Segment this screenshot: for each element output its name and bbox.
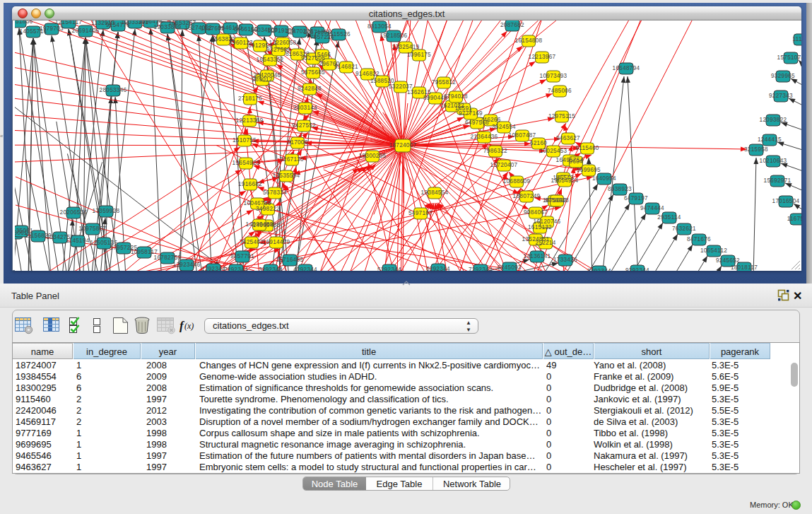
svg-text:6794028: 6794028 <box>444 93 468 100</box>
svg-text:19384554: 19384554 <box>421 189 449 196</box>
svg-text:5875685: 5875685 <box>301 69 325 76</box>
svg-text:1292344: 1292344 <box>201 266 225 271</box>
svg-text:2087682: 2087682 <box>500 22 524 28</box>
svg-text:10046788: 10046788 <box>244 200 271 206</box>
svg-text:19218506: 19218506 <box>380 33 408 39</box>
svg-text:7632621: 7632621 <box>672 226 696 232</box>
svg-text:(x): (x) <box>184 321 194 331</box>
svg-text:9115460: 9115460 <box>575 145 599 151</box>
svg-text:16120746: 16120746 <box>534 218 561 225</box>
svg-text:10025453: 10025453 <box>540 148 567 154</box>
svg-text:13226058: 13226058 <box>269 40 297 46</box>
svg-text:8186328: 8186328 <box>286 51 310 57</box>
svg-text:13535594: 13535594 <box>273 173 300 179</box>
svg-text:9146821: 9146821 <box>334 64 358 70</box>
svg-text:16914479: 16914479 <box>263 239 290 245</box>
svg-text:7955812: 7955812 <box>432 79 456 86</box>
svg-text:9245652: 9245652 <box>716 257 740 264</box>
svg-text:7857224: 7857224 <box>310 34 334 40</box>
svg-text:6479197: 6479197 <box>624 195 648 201</box>
svg-text:1244415: 1244415 <box>758 136 782 143</box>
svg-text:9146822: 9146822 <box>355 71 379 77</box>
svg-text:8938923: 8938923 <box>608 186 632 192</box>
svg-text:3624554: 3624554 <box>492 124 516 130</box>
svg-text:2718176: 2718176 <box>238 95 262 102</box>
svg-text:62160: 62160 <box>530 140 547 146</box>
svg-text:17359928: 17359928 <box>93 208 120 214</box>
svg-text:1615132: 1615132 <box>528 224 552 230</box>
svg-text:8813054: 8813054 <box>367 23 392 30</box>
svg-text:16782759: 16782759 <box>154 255 182 261</box>
svg-text:15716485: 15716485 <box>276 257 304 263</box>
svg-text:15751074: 15751074 <box>777 54 801 61</box>
svg-text:7663822: 7663822 <box>211 36 235 42</box>
svg-text:10654112: 10654112 <box>700 247 727 254</box>
svg-text:9245093: 9245093 <box>498 264 522 271</box>
svg-text:746266: 746266 <box>480 117 500 123</box>
svg-text:28053346: 28053346 <box>100 87 127 93</box>
svg-text:5678334: 5678334 <box>263 189 287 196</box>
svg-text:18300295: 18300295 <box>359 153 387 159</box>
svg-text:8471676: 8471676 <box>687 236 711 243</box>
svg-text:5292344: 5292344 <box>377 267 401 271</box>
svg-text:12213369: 12213369 <box>236 117 264 124</box>
svg-text:14136141: 14136141 <box>524 253 551 259</box>
svg-text:9427552: 9427552 <box>292 122 316 129</box>
svg-text:10807487: 10807487 <box>509 132 536 139</box>
svg-text:10973493: 10973493 <box>540 73 567 79</box>
svg-text:19654923: 19654923 <box>233 160 260 166</box>
svg-text:18807249: 18807249 <box>513 193 541 199</box>
svg-text:10688609: 10688609 <box>503 178 531 185</box>
svg-text:1610755: 1610755 <box>233 137 257 144</box>
svg-text:917006: 917006 <box>287 139 307 146</box>
svg-text:3215958: 3215958 <box>744 146 768 153</box>
svg-text:2292344: 2292344 <box>224 267 248 271</box>
svg-text:1096175: 1096175 <box>407 52 431 58</box>
svg-text:9227343: 9227343 <box>769 93 793 99</box>
svg-text:3498222: 3498222 <box>256 206 280 212</box>
svg-text:9329965: 9329965 <box>771 73 795 79</box>
svg-text:17016504: 17016504 <box>772 198 800 204</box>
svg-text:5497107: 5497107 <box>408 210 433 216</box>
svg-text:6292344: 6292344 <box>426 266 450 271</box>
svg-text:16154808: 16154808 <box>515 37 543 44</box>
svg-text:3267130: 3267130 <box>280 156 304 163</box>
svg-text:10975867: 10975867 <box>79 226 107 232</box>
svg-text:18018117: 18018117 <box>731 264 758 271</box>
svg-text:19654924: 19654924 <box>551 177 579 184</box>
svg-text:13325419: 13325419 <box>392 44 420 50</box>
svg-text:9699695: 9699695 <box>577 167 601 173</box>
svg-text:9457791: 9457791 <box>230 253 254 259</box>
svg-text:3292344: 3292344 <box>259 267 283 271</box>
svg-text:7625402: 7625402 <box>240 239 264 245</box>
svg-text:1145194: 1145194 <box>66 238 90 244</box>
svg-text:8292344: 8292344 <box>587 268 611 271</box>
svg-text:20206536: 20206536 <box>60 209 88 216</box>
svg-text:116753: 116753 <box>787 216 801 222</box>
svg-text:15466: 15466 <box>314 52 331 58</box>
svg-text:10210643: 10210643 <box>760 158 787 164</box>
svg-text:7986322: 7986322 <box>483 148 507 154</box>
svg-text:1733426: 1733426 <box>553 257 577 263</box>
svg-text:12093822: 12093822 <box>760 117 787 123</box>
svg-text:9474444: 9474444 <box>640 205 664 211</box>
svg-text:7292344: 7292344 <box>469 267 493 271</box>
svg-text:9242848: 9242848 <box>298 86 322 92</box>
svg-text:11172: 11172 <box>792 36 801 42</box>
svg-text:15720407: 15720407 <box>490 162 518 168</box>
svg-text:1979703: 1979703 <box>40 25 64 32</box>
svg-text:2803144: 2803144 <box>293 105 317 111</box>
svg-text:12975115: 12975115 <box>548 113 575 119</box>
svg-text:1640954: 1640954 <box>592 175 616 182</box>
svg-text:21364436: 21364436 <box>471 134 498 140</box>
svg-text:9463627: 9463627 <box>556 135 580 141</box>
svg-text:4292344: 4292344 <box>293 267 317 271</box>
svg-text:7485006: 7485006 <box>548 88 572 94</box>
svg-text:1916682: 1916682 <box>238 181 262 187</box>
svg-text:1621022: 1621022 <box>440 103 464 109</box>
svg-text:9756928: 9756928 <box>545 197 569 204</box>
svg-text:18724007: 18724007 <box>389 142 417 148</box>
svg-text:2935114: 2935114 <box>657 214 681 221</box>
svg-text:9084067: 9084067 <box>524 209 548 216</box>
svg-text:9604: 9604 <box>569 158 583 165</box>
